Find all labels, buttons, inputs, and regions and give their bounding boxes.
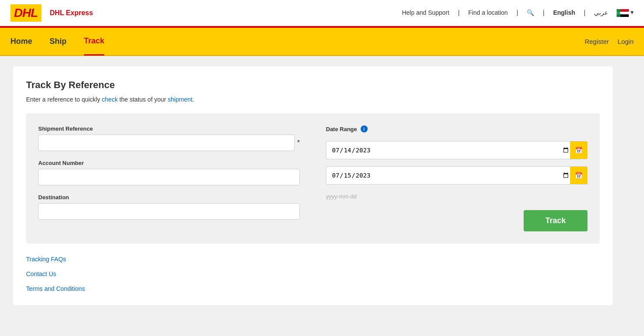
nav-links-right: Register Login: [584, 38, 634, 45]
nav-home[interactable]: Home: [10, 28, 32, 55]
flag-dropdown[interactable]: ▾: [617, 9, 634, 16]
page-subtitle: Enter a reference to quickly check the s…: [26, 96, 600, 103]
register-link[interactable]: Register: [584, 38, 609, 45]
date-to-input[interactable]: [326, 166, 588, 184]
divider-2: |: [517, 9, 518, 16]
main-nav: Home Ship Track Register Login: [0, 28, 644, 56]
dhl-express-label: DHL Express: [50, 9, 93, 17]
account-number-label: Account Number: [38, 160, 300, 166]
page-title: Track By Reference: [26, 79, 600, 91]
divider-4: |: [584, 9, 585, 16]
subtitle-suffix: .: [193, 96, 194, 103]
shipment-ref-label: Shipment Reference: [38, 125, 300, 132]
account-number-group: Account Number: [38, 160, 300, 185]
form-left: Shipment Reference * Account Number Dest…: [38, 125, 300, 231]
tracking-faqs-link[interactable]: Tracking FAQs: [26, 256, 600, 263]
content-area: Track By Reference Enter a reference to …: [0, 56, 644, 336]
contact-us-link[interactable]: Contact Us: [26, 270, 600, 277]
login-link[interactable]: Login: [617, 38, 634, 45]
destination-label: Destination: [38, 194, 300, 201]
divider-3: |: [543, 9, 544, 16]
language-arabic[interactable]: عربي: [594, 9, 608, 16]
nav-track[interactable]: Track: [84, 28, 104, 56]
subtitle-check: check: [102, 96, 118, 103]
dhl-logo[interactable]: DHL DHL Express: [10, 4, 93, 22]
shipment-ref-input[interactable]: [38, 135, 295, 151]
shipment-ref-group: Shipment Reference *: [38, 125, 300, 151]
date-range-label: Date Range: [326, 126, 357, 132]
date-to-group: 📅: [326, 166, 588, 184]
date-from-wrapper: 📅: [326, 141, 588, 159]
search-icon[interactable]: 🔍: [527, 9, 534, 16]
date-range-label-row: Date Range i: [326, 125, 588, 132]
destination-input[interactable]: [38, 203, 300, 220]
find-location-link[interactable]: Find a location: [468, 9, 508, 16]
calendar-to-button[interactable]: 📅: [570, 166, 588, 184]
dhl-wordmark: DHL: [14, 6, 38, 20]
date-from-group: 📅: [326, 141, 588, 159]
account-number-input[interactable]: [38, 169, 300, 185]
destination-group: Destination: [38, 194, 300, 220]
form-container: Shipment Reference * Account Number Dest…: [26, 113, 600, 244]
subtitle-status: shipment: [168, 96, 193, 103]
dhl-logo-box: DHL: [10, 4, 41, 22]
form-right: Date Range i 📅 📅 yyyy-mm-dd: [326, 125, 588, 231]
divider-1: |: [458, 9, 460, 16]
date-placeholder-hint: yyyy-mm-dd: [326, 193, 588, 200]
terms-conditions-link[interactable]: Terms and Conditions: [26, 285, 600, 292]
main-card: Track By Reference Enter a reference to …: [13, 66, 613, 305]
top-bar-right: Help and Support | Find a location | 🔍 |…: [402, 9, 634, 16]
language-english[interactable]: English: [553, 9, 575, 16]
nav-links-left: Home Ship Track: [10, 28, 104, 56]
svg-rect-3: [617, 9, 620, 17]
shipment-ref-input-row: *: [38, 135, 300, 151]
calendar-from-button[interactable]: 📅: [570, 141, 588, 159]
top-bar: DHL DHL Express Help and Support | Find …: [0, 0, 644, 26]
nav-ship[interactable]: Ship: [50, 28, 66, 55]
track-button[interactable]: Track: [524, 210, 588, 231]
subtitle-middle: the status of your: [118, 96, 168, 103]
footer-links: Tracking FAQs Contact Us Terms and Condi…: [26, 256, 600, 292]
subtitle-prefix: Enter a reference to quickly: [26, 96, 102, 103]
date-from-input[interactable]: [326, 141, 588, 159]
date-to-wrapper: 📅: [326, 166, 588, 184]
logo-area: DHL DHL Express: [10, 4, 93, 22]
help-support-link[interactable]: Help and Support: [402, 9, 449, 16]
date-range-info-icon[interactable]: i: [361, 125, 368, 132]
required-star: *: [297, 139, 300, 147]
track-button-row: Track: [326, 210, 588, 231]
